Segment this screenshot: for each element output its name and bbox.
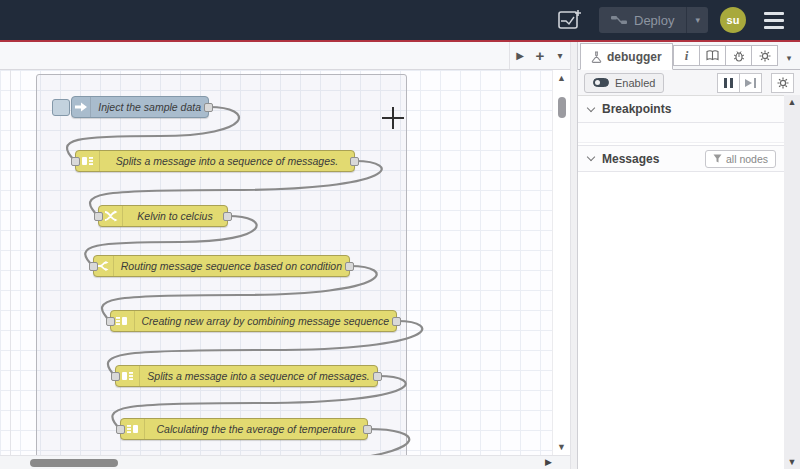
- hscroll-thumb[interactable]: [30, 459, 118, 467]
- breakpoints-title: Breakpoints: [602, 102, 671, 116]
- flow-node-switch[interactable]: Routing message sequence based on condit…: [93, 255, 350, 277]
- enabled-label: Enabled: [615, 77, 655, 89]
- app-header: Deploy ▾ su: [0, 0, 800, 40]
- bug-icon: [733, 50, 745, 62]
- node-label: Kelvin to celcius: [123, 210, 227, 222]
- tab-scroll-right-icon[interactable]: ▶: [510, 42, 530, 69]
- scroll-up-icon[interactable]: ▲: [553, 73, 570, 83]
- breakpoints-empty-list: [578, 123, 800, 143]
- inject-node-icon: [72, 97, 91, 117]
- pause-icon: [724, 78, 733, 88]
- step-icon: [745, 78, 756, 88]
- messages-title: Messages: [602, 152, 659, 166]
- workspace-column: ▶ + ▾ Inject the sample dataSplits a mes…: [0, 42, 570, 469]
- settings-tab-button[interactable]: [751, 45, 778, 66]
- scroll-down-icon[interactable]: ▼: [553, 442, 570, 452]
- output-port[interactable]: [363, 425, 372, 434]
- gear-icon: [759, 50, 771, 62]
- debugger-panel: Breakpoints Messages all nodes: [578, 96, 800, 469]
- flow-canvas[interactable]: Inject the sample dataSplits a message i…: [0, 70, 570, 455]
- input-port[interactable]: [111, 372, 120, 381]
- flow-tab-strip: ▶ + ▾: [0, 42, 570, 70]
- gear-icon: [777, 77, 789, 89]
- deploy-label: Deploy: [634, 13, 674, 28]
- node-label: Calculating the the average of temperatu…: [145, 423, 367, 435]
- deploy-icon: [611, 14, 627, 26]
- scroll-up-icon[interactable]: ▲: [784, 97, 800, 107]
- canvas-vertical-scrollbar[interactable]: ▲ ▼: [552, 70, 570, 455]
- info-tab-button[interactable]: i: [673, 45, 700, 66]
- tab-debugger-label: debugger: [607, 50, 662, 64]
- output-port[interactable]: [204, 103, 213, 112]
- input-port[interactable]: [116, 425, 125, 434]
- sidebar: debugger i: [578, 42, 800, 469]
- output-port[interactable]: [345, 262, 354, 271]
- scroll-right-icon[interactable]: ▶: [545, 457, 552, 467]
- book-icon: [706, 50, 719, 61]
- node-label: Splits a message into a sequence of mess…: [100, 155, 354, 167]
- funnel-icon: [713, 154, 722, 163]
- node-label: Inject the sample data: [91, 101, 208, 113]
- tab-debugger[interactable]: debugger: [580, 43, 673, 70]
- flow-list-caret-icon[interactable]: ▾: [550, 42, 570, 69]
- flow-node-inject[interactable]: Inject the sample data: [71, 96, 209, 118]
- scroll-down-icon[interactable]: ▼: [784, 457, 800, 467]
- breakpoints-section-header[interactable]: Breakpoints: [578, 96, 800, 123]
- debug-tab-button[interactable]: [725, 45, 752, 66]
- output-port[interactable]: [392, 317, 401, 326]
- help-tab-button[interactable]: [699, 45, 726, 66]
- chevron-down-icon: [587, 103, 595, 111]
- vscroll-thumb[interactable]: [558, 97, 566, 118]
- input-port[interactable]: [71, 157, 80, 166]
- input-port[interactable]: [89, 262, 98, 271]
- node-label: Routing message sequence based on condit…: [114, 260, 349, 272]
- deploy-button-group: Deploy ▾: [599, 7, 708, 33]
- deploy-button[interactable]: Deploy: [599, 7, 686, 33]
- input-port[interactable]: [106, 317, 115, 326]
- add-flow-button[interactable]: +: [530, 42, 550, 69]
- flow-node-join[interactable]: Calculating the the average of temperatu…: [120, 418, 368, 440]
- output-port[interactable]: [223, 212, 232, 221]
- filter-label: all nodes: [726, 153, 768, 165]
- deploy-options-caret[interactable]: ▾: [686, 7, 708, 33]
- node-label: Creating new array by combining message …: [135, 315, 396, 327]
- user-avatar[interactable]: su: [720, 7, 746, 33]
- pause-button[interactable]: [717, 73, 740, 93]
- flask-icon: [591, 51, 602, 63]
- step-button[interactable]: [739, 73, 762, 93]
- sidebar-splitter[interactable]: [570, 42, 578, 469]
- flow-node-split[interactable]: Splits a message into a sequence of mess…: [115, 365, 378, 387]
- flow-node-change[interactable]: Kelvin to celcius: [98, 205, 228, 227]
- output-port[interactable]: [350, 157, 359, 166]
- sidebar-scrollbar[interactable]: ▲ ▼: [784, 95, 800, 469]
- canvas-horizontal-scrollbar[interactable]: ▶: [0, 455, 570, 469]
- debugger-settings-button[interactable]: [771, 73, 794, 93]
- toggle-on-icon: [593, 78, 609, 87]
- node-label: Splits a message into a sequence of mess…: [140, 370, 377, 382]
- input-port[interactable]: [94, 212, 103, 221]
- inject-trigger-button[interactable]: [52, 99, 70, 116]
- messages-section-header[interactable]: Messages all nodes: [578, 145, 800, 172]
- flow-assistant-icon[interactable]: [553, 6, 587, 34]
- debugger-enabled-toggle[interactable]: Enabled: [584, 73, 664, 93]
- chevron-down-icon: [587, 153, 595, 161]
- sidebar-tab-bar: debugger i: [578, 42, 800, 70]
- main-menu-icon[interactable]: [758, 8, 790, 33]
- output-port[interactable]: [373, 372, 382, 381]
- flow-node-split[interactable]: Splits a message into a sequence of mess…: [75, 150, 355, 172]
- flow-node-join[interactable]: Creating new array by combining message …: [110, 310, 397, 332]
- debugger-toolbar: Enabled: [578, 70, 800, 96]
- messages-filter-button[interactable]: all nodes: [705, 150, 776, 168]
- sidebar-tabs-caret-icon[interactable]: ▾: [780, 53, 798, 63]
